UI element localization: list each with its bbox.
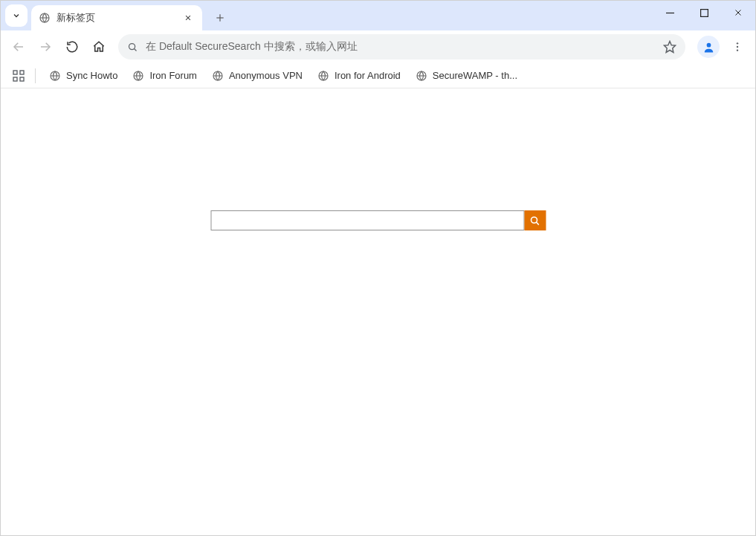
svg-point-27 (532, 217, 537, 223)
close-icon (734, 8, 743, 17)
new-tab-button[interactable] (210, 7, 230, 28)
svg-rect-19 (20, 71, 24, 74)
bookmark-label: SecureWAMP - th... (433, 70, 517, 81)
svg-marker-13 (665, 42, 676, 53)
apps-button[interactable] (11, 68, 26, 83)
page-content (1, 88, 755, 536)
svg-rect-21 (20, 77, 24, 81)
svg-point-16 (737, 46, 738, 48)
minimize-button[interactable] (653, 1, 687, 25)
tab-title: 新标签页 (56, 12, 181, 25)
bookmark-label: Anonymous VPN (229, 70, 303, 81)
home-icon (92, 40, 106, 54)
maximize-icon (700, 9, 708, 17)
forward-button[interactable] (33, 35, 57, 59)
svg-point-17 (737, 49, 738, 51)
svg-point-11 (129, 43, 135, 49)
arrow-right-icon (39, 40, 52, 54)
bookmarks-bar: Sync Howto Iron Forum Anonymous VPN Iron… (1, 63, 755, 88)
reload-icon (65, 40, 79, 54)
tab-search-button[interactable] (5, 4, 28, 27)
bookmark-label: Iron for Android (335, 70, 401, 81)
globe-icon (317, 70, 329, 82)
bookmark-separator (35, 68, 36, 83)
close-window-button[interactable] (721, 1, 755, 25)
back-button[interactable] (7, 35, 30, 59)
tab-strip: 新标签页 (1, 1, 755, 30)
close-icon (184, 14, 192, 22)
more-vertical-icon (731, 41, 743, 53)
svg-line-28 (537, 222, 539, 225)
active-tab[interactable]: 新标签页 (31, 5, 202, 30)
search-container (210, 210, 546, 230)
search-submit-button[interactable] (524, 210, 546, 230)
bookmark-star-button[interactable] (663, 40, 676, 54)
svg-line-12 (135, 48, 137, 51)
globe-icon (49, 70, 61, 82)
home-button[interactable] (87, 35, 111, 59)
search-input[interactable] (210, 210, 524, 230)
bookmark-iron-for-android[interactable]: Iron for Android (313, 67, 405, 85)
globe-icon (132, 70, 144, 82)
plus-icon (215, 13, 225, 23)
reload-button[interactable] (60, 35, 84, 59)
svg-point-15 (737, 42, 738, 44)
bookmark-sync-howto[interactable]: Sync Howto (45, 67, 122, 85)
chevron-down-icon (12, 11, 21, 20)
address-bar-placeholder: 在 Default SecureSearch 中搜索，或输入网址 (146, 40, 657, 54)
main-menu-button[interactable] (726, 35, 749, 59)
bookmark-label: Iron Forum (149, 70, 197, 81)
svg-rect-20 (13, 77, 17, 81)
address-bar[interactable]: 在 Default SecureSearch 中搜索，或输入网址 (118, 34, 685, 59)
svg-point-14 (706, 42, 711, 47)
apps-grid-icon (13, 70, 25, 82)
globe-icon (416, 70, 427, 82)
search-icon (529, 215, 541, 227)
person-icon (702, 41, 715, 54)
maximize-button[interactable] (687, 1, 721, 25)
tab-favicon-globe-icon (39, 12, 51, 24)
svg-rect-18 (13, 71, 17, 74)
svg-rect-6 (700, 9, 708, 16)
star-icon (663, 40, 676, 54)
profile-button[interactable] (697, 36, 720, 58)
globe-icon (212, 70, 224, 82)
toolbar: 在 Default SecureSearch 中搜索，或输入网址 (1, 30, 755, 63)
bookmark-iron-forum[interactable]: Iron Forum (128, 67, 201, 85)
minimize-icon (666, 9, 674, 17)
bookmark-anonymous-vpn[interactable]: Anonymous VPN (207, 67, 307, 85)
bookmark-label: Sync Howto (66, 70, 117, 81)
arrow-left-icon (12, 40, 25, 54)
tab-close-button[interactable] (181, 11, 195, 25)
window-controls (653, 1, 755, 30)
search-icon (127, 42, 138, 53)
bookmark-securewamp[interactable]: SecureWAMP - th... (411, 67, 522, 85)
